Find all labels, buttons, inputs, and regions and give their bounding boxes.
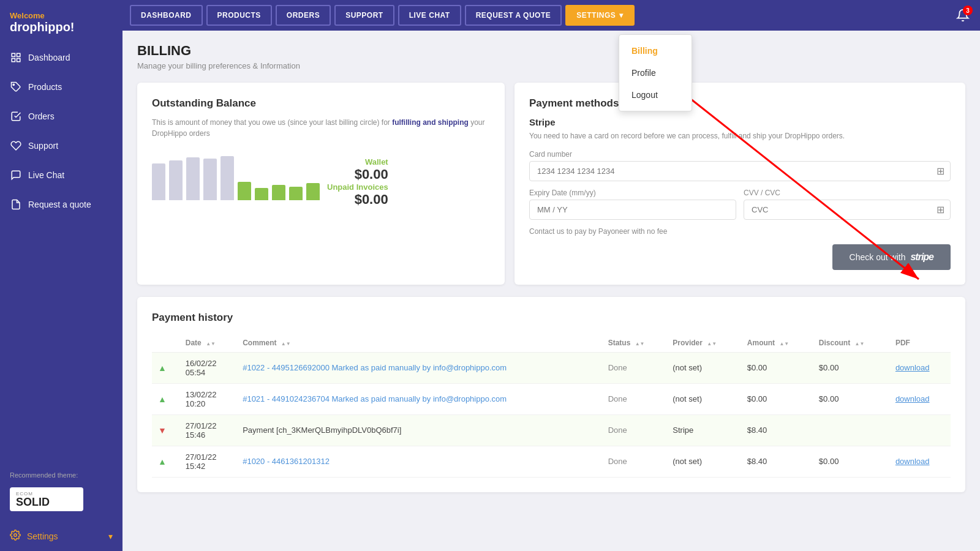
sidebar-orders-label: Orders [28, 111, 55, 121]
card-number-input[interactable] [529, 161, 951, 181]
row-pdf[interactable]: download [889, 352, 951, 383]
dropdown-logout[interactable]: Logout [619, 84, 692, 106]
arrow-down-icon: ▼ [158, 425, 167, 435]
cards-row: Outstanding Balance This is amount of mo… [137, 83, 965, 285]
chart-bar [186, 157, 200, 200]
comment-link[interactable]: #1022 - 4495126692000 Marked as paid man… [243, 363, 507, 372]
row-pdf[interactable]: download [889, 446, 951, 477]
support-icon [10, 140, 22, 152]
nav-orders-button[interactable]: ORDERS [276, 5, 331, 26]
dropdown-profile[interactable]: Profile [619, 62, 692, 84]
pdf-download-link[interactable]: download [895, 457, 930, 466]
card-number-label: Card number [529, 150, 951, 159]
payoneer-text: Contact us to pay by Payoneer with no fe… [529, 227, 951, 236]
row-amount: $8.40 [741, 414, 813, 446]
sidebar: Welcome drophippo! Dashboard Products Or… [0, 0, 123, 551]
row-discount: $0.00 [813, 446, 889, 477]
svg-rect-2 [12, 59, 15, 62]
cvc-input[interactable] [744, 200, 951, 220]
sidebar-item-dashboard[interactable]: Dashboard [0, 43, 123, 72]
col-discount[interactable]: Discount ▲▼ [813, 334, 889, 353]
payment-history-card: Payment history Date ▲▼ Comment ▲▼ Statu… [137, 297, 965, 492]
wallet-amount: $0.00 [355, 167, 388, 182]
col-amount[interactable]: Amount ▲▼ [741, 334, 813, 353]
col-date[interactable]: Date ▲▼ [179, 334, 236, 353]
quote-icon [10, 198, 22, 211]
sidebar-support-label: Support [28, 141, 58, 151]
products-icon [10, 81, 22, 93]
sidebar-item-products[interactable]: Products [0, 72, 123, 102]
card-icon: ⊞ [937, 165, 944, 177]
table-row: ▲13/02/2210:20#1021 - 4491024236704 Mark… [152, 383, 951, 414]
comment-link[interactable]: #1020 - 4461361201312 [243, 457, 330, 466]
sidebar-username: drophippo! [10, 20, 113, 34]
checkout-button[interactable]: Check out with stripe [832, 244, 951, 270]
main-area: DASHBOARD PRODUCTS ORDERS SUPPORT LIVE C… [123, 0, 980, 551]
table-row: ▲16/02/2205:54#1022 - 4495126692000 Mark… [152, 352, 951, 383]
nav-livechat-button[interactable]: LIVE CHAT [398, 5, 461, 26]
settings-gear-icon [10, 530, 21, 542]
sidebar-item-support[interactable]: Support [0, 131, 123, 160]
expiry-input[interactable] [529, 200, 736, 220]
notification-count: 3 [963, 6, 973, 15]
settings-dropdown-arrow: ▾ [619, 11, 624, 20]
arrow-up-icon: ▲ [158, 363, 167, 373]
sidebar-dashboard-label: Dashboard [28, 53, 70, 62]
notification-bell[interactable]: 3 [953, 6, 973, 25]
row-status: Done [602, 446, 667, 477]
row-amount: $8.40 [741, 446, 813, 477]
row-provider: (not set) [666, 383, 741, 414]
page-title: BILLING [137, 43, 965, 59]
nav-dashboard-button[interactable]: DASHBOARD [130, 5, 203, 26]
balance-amounts: Wallet $0.00 Unpaid Invoices $0.00 [327, 157, 388, 208]
row-comment[interactable]: #1022 - 4495126692000 Marked as paid man… [236, 352, 601, 383]
row-arrow: ▲ [152, 352, 179, 383]
page-subtitle: Manage your billing preferences & Inform… [137, 61, 965, 70]
sidebar-settings[interactable]: Settings ▾ [0, 521, 123, 551]
nav-settings-button[interactable]: SETTINGS ▾ [565, 5, 635, 26]
dropdown-billing[interactable]: Billing [619, 40, 692, 62]
row-arrow: ▲ [152, 383, 179, 414]
wallet-label: Wallet [365, 157, 388, 167]
nav-quote-button[interactable]: REQUEST A QUOTE [465, 5, 562, 26]
table-header-row: Date ▲▼ Comment ▲▼ Status ▲▼ Provider ▲▼… [152, 334, 951, 353]
svg-rect-0 [12, 53, 15, 56]
sidebar-recommended-label: Recommended theme: [0, 465, 123, 485]
dashboard-icon [10, 51, 22, 64]
row-comment[interactable]: #1020 - 4461361201312 [236, 446, 601, 477]
payment-history-title: Payment history [152, 312, 951, 324]
svg-point-5 [14, 534, 17, 537]
settings-label: Settings [27, 531, 58, 541]
row-pdf[interactable]: download [889, 383, 951, 414]
row-amount: $0.00 [741, 352, 813, 383]
sidebar-item-orders[interactable]: Orders [0, 102, 123, 131]
payment-methods-title: Payment methods [529, 97, 951, 110]
row-comment[interactable]: #1021 - 4491024236704 Marked as paid man… [236, 383, 601, 414]
row-arrow: ▲ [152, 446, 179, 477]
nav-support-button[interactable]: SUPPORT [334, 5, 394, 26]
sidebar-item-livechat[interactable]: Live Chat [0, 160, 123, 190]
balance-card-desc: This is amount of money that you owe us … [152, 117, 490, 139]
expiry-cvv-row: Expiry Date (mm/yy) CVV / CVC ⊞ [529, 189, 951, 227]
nav-products-button[interactable]: PRODUCTS [206, 5, 272, 26]
chart-bar [306, 183, 320, 200]
row-status: Done [602, 414, 667, 446]
row-date: 27/01/2215:46 [179, 414, 236, 446]
comment-link[interactable]: #1021 - 4491024236704 Marked as paid man… [243, 394, 507, 403]
svg-point-4 [13, 84, 14, 85]
row-discount [813, 414, 889, 446]
sidebar-item-quote[interactable]: Request a quote [0, 190, 123, 219]
pdf-download-link[interactable]: download [895, 363, 930, 372]
expiry-group: Expiry Date (mm/yy) [529, 189, 736, 220]
sidebar-products-label: Products [28, 82, 62, 92]
payment-history-table: Date ▲▼ Comment ▲▼ Status ▲▼ Provider ▲▼… [152, 334, 951, 478]
checkout-label: Check out with [850, 252, 906, 262]
pdf-download-link[interactable]: download [895, 394, 930, 403]
top-navbar: DASHBOARD PRODUCTS ORDERS SUPPORT LIVE C… [123, 0, 980, 31]
col-comment[interactable]: Comment ▲▼ [236, 334, 601, 353]
col-provider[interactable]: Provider ▲▼ [666, 334, 741, 353]
col-pdf: PDF [889, 334, 951, 353]
svg-rect-3 [17, 59, 20, 62]
row-date: 27/01/2215:42 [179, 446, 236, 477]
col-status[interactable]: Status ▲▼ [602, 334, 667, 353]
